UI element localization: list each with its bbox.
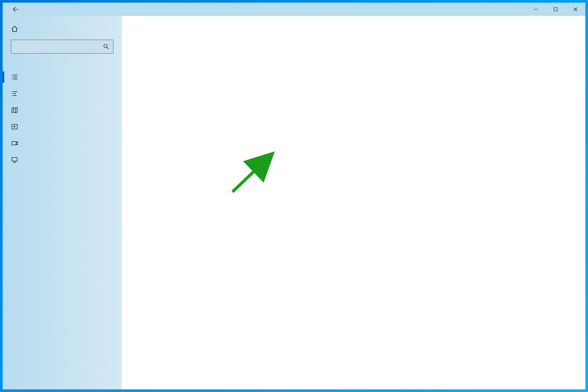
svg-line-3 [107, 47, 108, 49]
back-button[interactable] [9, 3, 22, 16]
search-icon [103, 44, 109, 50]
nav-offline-maps[interactable] [3, 102, 122, 118]
close-button[interactable] [566, 3, 585, 16]
home-nav[interactable] [3, 22, 122, 35]
nav-video-playback[interactable] [3, 135, 122, 152]
nav-startup[interactable] [3, 152, 122, 168]
svg-line-9 [232, 155, 271, 192]
section-label [3, 62, 122, 69]
startup-icon [11, 156, 18, 163]
maximize-button[interactable] [546, 3, 566, 16]
maximize-icon [554, 7, 558, 11]
annotation-arrow [228, 149, 280, 195]
svg-rect-6 [12, 157, 17, 161]
video-icon [11, 140, 18, 147]
svg-rect-1 [554, 8, 557, 11]
website-icon [11, 123, 18, 130]
minimize-button[interactable] [526, 3, 546, 16]
home-icon [11, 25, 18, 32]
close-icon [573, 7, 577, 11]
list-icon [11, 73, 18, 81]
nav-apps-features[interactable] [3, 69, 122, 85]
window-controls [526, 3, 585, 16]
titlebar [3, 3, 585, 16]
svg-rect-5 [12, 142, 16, 145]
nav-default-apps[interactable] [3, 85, 122, 102]
arrow-left-icon [13, 6, 19, 12]
sidebar [3, 16, 122, 389]
main-panel [122, 16, 585, 389]
nav-apps-websites[interactable] [3, 118, 122, 135]
minimize-icon [534, 7, 538, 11]
titlebar-left [3, 3, 526, 16]
search-input[interactable] [15, 44, 103, 50]
map-icon [11, 107, 18, 114]
content-area [3, 16, 585, 389]
svg-point-2 [104, 44, 107, 48]
search-box[interactable] [11, 40, 113, 54]
settings-window [3, 3, 585, 389]
defaults-icon [11, 90, 18, 97]
